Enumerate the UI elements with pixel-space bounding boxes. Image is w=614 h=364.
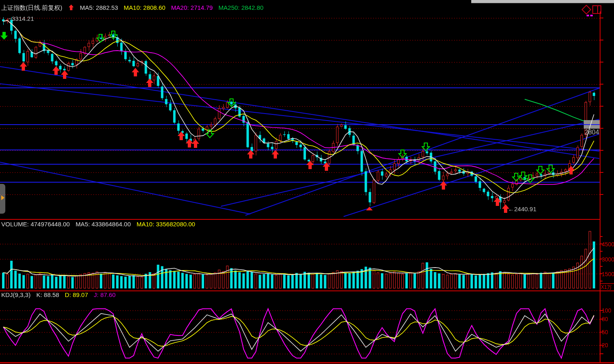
kdj-pane-header: KDJ(9,3,3)K: 88.58D: 89.07J: 87.60 (1, 291, 121, 298)
price-marker-label: 2804 (585, 129, 599, 136)
axis-tick-label: 100 (602, 307, 611, 314)
volume-ma5-value: MA5: 433864864.00 (76, 221, 131, 228)
magenta-dash-icon (590, 15, 593, 16)
instrument-title: 上证指数(日线.前复权) (1, 4, 62, 11)
axis-tick-label: 20 (602, 342, 608, 348)
axis-tick-label: 80 (602, 316, 608, 322)
axis-tick-label: 50 (602, 329, 608, 335)
axis-tick-label: 30000 (602, 256, 614, 263)
up-arrow-icon (69, 4, 74, 11)
ma250-value: MA250: 2842.80 (218, 4, 263, 11)
ma10-value: MA10: 2808.60 (124, 4, 166, 11)
price-pane-header: 上证指数(日线.前复权)MA5: 2882.53MA10: 2808.60MA2… (1, 4, 269, 12)
high-price-label: ~3314.21 (8, 15, 34, 22)
volume-unit-label: X1万 (600, 284, 614, 291)
kdj-j-value: J: 87.60 (94, 291, 115, 298)
chart-application-window: 上证指数(日线.前复权)MA5: 2882.53MA10: 2808.60MA2… (0, 0, 614, 364)
volume-value: VOLUME: 474976448.00 (1, 221, 70, 228)
kdj-name: KDJ(9,3,3) (1, 291, 31, 298)
kdj-k-value: K: 88.58 (36, 291, 59, 298)
volume-ma10-value: MA10: 335682080.00 (137, 221, 195, 228)
kdj-d-value: D: 89.07 (65, 291, 88, 298)
volume-pane-header: VOLUME: 474976448.00MA5: 433864864.00MA1… (1, 221, 201, 228)
window-edge-strip (471, 0, 614, 3)
axis-tick-label: 15000 (602, 271, 614, 277)
sidebar-expand-tab[interactable] (0, 184, 5, 214)
chart-canvas[interactable] (0, 0, 614, 364)
ma5-value: MA5: 2882.53 (80, 4, 118, 11)
axis-tick-label: 45000 (602, 241, 614, 248)
ma20-value: MA20: 2714.79 (171, 4, 213, 11)
magenta-dash-icon (587, 15, 589, 16)
low-price-label: ←2440.91 (508, 205, 536, 212)
split-window-icon[interactable] (592, 5, 601, 14)
